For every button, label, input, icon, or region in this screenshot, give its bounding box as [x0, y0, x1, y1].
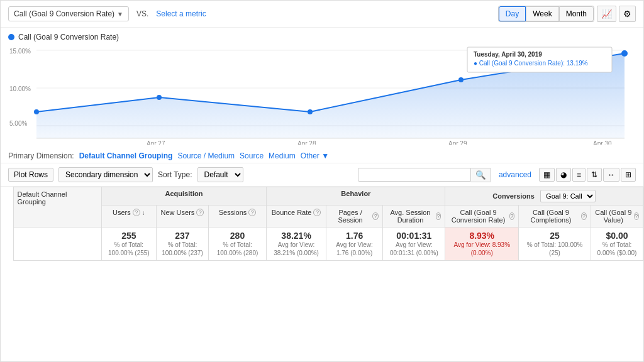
svg-text:Apr 30: Apr 30: [593, 140, 612, 145]
users-help-icon[interactable]: ?: [133, 209, 140, 216]
total-checkbox: [1, 228, 13, 261]
search-input[interactable]: [358, 168, 471, 182]
behavior-group-header: Behavior: [267, 187, 445, 206]
select-metric-link[interactable]: Select a metric: [156, 9, 206, 18]
svg-text:15.00%: 15.00%: [9, 48, 31, 55]
plot-rows-button[interactable]: Plot Rows: [8, 168, 53, 182]
dimension-bar: Primary Dimension: Default Channel Group…: [1, 149, 643, 163]
col-completions: Call (Goal 9 Completions) ?: [519, 206, 591, 228]
total-pages-session: 1.76 Avg for View: 1.76 (0.00%): [326, 228, 382, 261]
new-users-help-icon[interactable]: ?: [196, 209, 204, 216]
users-sort-icon[interactable]: ↓: [142, 209, 145, 216]
chart-legend: Call (Goal 9 Conversion Rate): [8, 33, 636, 41]
legend-dot: [8, 34, 14, 40]
legend-label: Call (Goal 9 Conversion Rate): [18, 33, 119, 41]
acquisition-group-header: Acquisition: [101, 187, 267, 206]
conv-rate-help-icon[interactable]: ?: [509, 212, 514, 220]
chart-svg: 15.00% 10.00% 5.00% Apr 27 Apr 28 Apr 29…: [8, 44, 631, 145]
svg-point-13: [157, 95, 162, 100]
col-bounce-rate: Bounce Rate ?: [267, 206, 326, 228]
data-table-wrapper: Default Channel Grouping Acquisition Beh…: [1, 187, 643, 361]
chart-area: Call (Goal 9 Conversion Rate) 15.00% 10.…: [1, 28, 643, 149]
bounce-help-icon[interactable]: ?: [313, 209, 321, 216]
line-chart-icon[interactable]: 📈: [597, 6, 616, 22]
total-value: $0.00 % of Total: 0.00% ($0.00): [591, 228, 643, 261]
svg-point-12: [34, 109, 39, 114]
total-conversion-rate: 8.93% Avg for View: 8.93% (0.00%): [445, 228, 519, 261]
col-new-users: New Users ?: [157, 206, 209, 228]
day-button[interactable]: Day: [499, 6, 526, 21]
total-new-users: 237 % of Total: 100.00% (237): [157, 228, 209, 261]
compare-icon[interactable]: ⚙: [619, 6, 636, 22]
advanced-link[interactable]: advanced: [499, 170, 531, 179]
col-value: Call (Goal 9 Value) ?: [591, 206, 643, 228]
svg-text:Apr 29: Apr 29: [448, 140, 467, 145]
svg-text:Apr 27: Apr 27: [147, 140, 165, 145]
total-label: [13, 228, 101, 261]
table-icon-group: ▦ ◕ ≡ ⇅ ↔ ⊞: [539, 168, 636, 182]
total-row: 255 % of Total: 100.00% (255) 237 % of T…: [1, 228, 643, 261]
month-button[interactable]: Month: [559, 6, 594, 21]
analytics-container: Call (Goal 9 Conversion Rate) ▼ VS. Sele…: [0, 0, 644, 362]
svg-text:Apr 28: Apr 28: [297, 140, 316, 145]
table-controls: Plot Rows Secondary dimension Sort Type:…: [1, 163, 643, 187]
metric-label: Call (Goal 9 Conversion Rate): [14, 9, 114, 18]
vs-label: VS.: [136, 9, 148, 18]
value-help-icon[interactable]: ?: [634, 212, 639, 220]
pages-help-icon[interactable]: ?: [372, 212, 379, 220]
pie-icon[interactable]: ◕: [556, 168, 571, 182]
svg-text:5.00%: 5.00%: [9, 120, 27, 127]
col-users: Users ? ↓: [101, 206, 157, 228]
sort-type-label: Sort Type:: [158, 170, 192, 179]
total-sessions: 280 % of Total: 100.00% (280): [208, 228, 267, 261]
primary-dim-value[interactable]: Default Channel Grouping: [79, 151, 173, 160]
svg-point-15: [458, 77, 464, 82]
col-pages-session: Pages / Session ?: [326, 206, 382, 228]
total-completions: 25 % of Total: 100.00% (25): [519, 228, 591, 261]
col-dim-header: Default Channel Grouping: [13, 187, 101, 228]
secondary-dimension-select[interactable]: Secondary dimension: [58, 167, 153, 182]
col-avg-session: Avg. Session Duration ?: [383, 206, 445, 228]
week-button[interactable]: Week: [526, 6, 558, 21]
dim-link-source[interactable]: Source: [240, 151, 264, 160]
custom-icon[interactable]: ⊞: [621, 168, 636, 182]
data-table: Default Channel Grouping Acquisition Beh…: [1, 187, 643, 261]
sort-type-select[interactable]: Default: [197, 167, 243, 182]
dim-link-medium[interactable]: Medium: [269, 151, 296, 160]
checkbox-header: [1, 206, 13, 228]
total-avg-session: 00:01:31 Avg for View: 00:01:31 (0.00%): [383, 228, 445, 261]
pivot-icon[interactable]: ⇅: [587, 168, 602, 182]
avg-session-help-icon[interactable]: ?: [436, 212, 441, 220]
svg-text:Tuesday, April 30, 2019: Tuesday, April 30, 2019: [474, 51, 542, 58]
toolbar-right: Day Week Month 📈 ⚙: [498, 6, 636, 22]
conversions-group-header: Conversions Goal 9: Call: [445, 187, 643, 206]
completions-help-icon[interactable]: ?: [581, 212, 587, 220]
dropdown-arrow-icon: ▼: [117, 11, 123, 18]
total-users: 255 % of Total: 100.00% (255): [101, 228, 157, 261]
col-sessions: Sessions ?: [208, 206, 267, 228]
list-icon[interactable]: ≡: [572, 168, 586, 182]
dim-link-source-medium[interactable]: Source / Medium: [177, 151, 235, 160]
svg-text:● Call (Goal 9 Conversion Rate: ● Call (Goal 9 Conversion Rate): 13.19%: [474, 60, 588, 67]
goal-select[interactable]: Goal 9: Call: [540, 190, 596, 202]
compare2-icon[interactable]: ↔: [603, 168, 619, 182]
col-conversion-rate: Call (Goal 9 Conversion Rate) ?: [445, 206, 519, 228]
grid-icon[interactable]: ▦: [539, 168, 555, 182]
toolbar: Call (Goal 9 Conversion Rate) ▼ VS. Sele…: [1, 1, 643, 28]
sessions-help-icon[interactable]: ?: [248, 209, 256, 216]
chart-svg-container: 15.00% 10.00% 5.00% Apr 27 Apr 28 Apr 29…: [8, 44, 636, 146]
primary-dim-label: Primary Dimension:: [8, 151, 74, 160]
svg-point-16: [621, 50, 628, 57]
dim-link-other[interactable]: Other ▼: [301, 151, 329, 160]
checkbox-col: [1, 187, 13, 206]
total-bounce-rate: 38.21% Avg for View: 38.21% (0.00%): [267, 228, 326, 261]
search-icon[interactable]: 🔍: [471, 168, 491, 182]
svg-point-14: [308, 109, 313, 114]
search-box: 🔍: [358, 168, 491, 182]
svg-text:10.00%: 10.00%: [9, 85, 31, 92]
metric-dropdown[interactable]: Call (Goal 9 Conversion Rate) ▼: [8, 6, 129, 21]
